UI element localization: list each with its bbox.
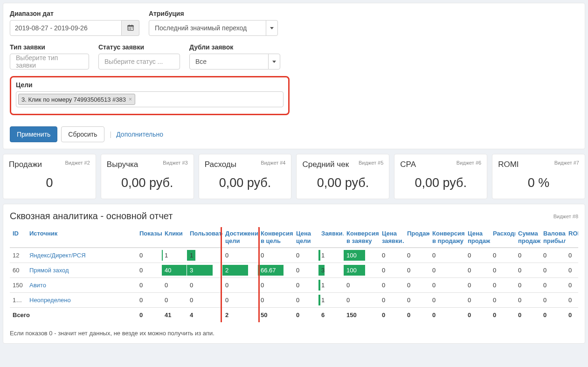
- cell-source[interactable]: Неопределено: [27, 293, 137, 308]
- cell-value: 0: [465, 278, 490, 293]
- col-header[interactable]: Конверсия в заявку: [344, 227, 379, 248]
- widget-card: РасходыВиджет #40,00 руб.: [199, 154, 292, 199]
- col-header[interactable]: Цена заявки: [379, 227, 404, 248]
- cell-value: 0: [490, 278, 515, 293]
- cell-value: 0: [379, 278, 404, 293]
- cell-value: 0: [566, 248, 578, 263]
- widgets-row: ПродажиВиджет #20ВыручкаВиджет #30,00 ру…: [0, 152, 588, 201]
- goal-tag[interactable]: 3. Клик по номеру 74993506513 #383 ×: [18, 94, 135, 105]
- svg-rect-4: [128, 28, 129, 28]
- cell-value: 40: [162, 263, 187, 278]
- cell-value: 0: [379, 248, 404, 263]
- total-cell: 0: [490, 308, 515, 323]
- col-header[interactable]: Расходы: [490, 227, 515, 248]
- duplicates-select[interactable]: Все: [189, 54, 269, 69]
- col-header[interactable]: Цена продажи: [465, 227, 490, 248]
- cell-value: 0: [566, 293, 578, 308]
- goals-input[interactable]: 3. Клик по номеру 74993506513 #383 ×: [16, 91, 284, 107]
- request-status-select[interactable]: Выберите статус ...: [98, 54, 180, 69]
- request-type-select[interactable]: Выберите тип заявки: [10, 54, 89, 69]
- col-header[interactable]: Конверсия в цель: [258, 227, 293, 248]
- widget-card: Средний чекВиджет #50,00 руб.: [296, 154, 389, 199]
- table-row: 1000Неопределено00000010000000000: [10, 293, 578, 308]
- total-cell: 0: [540, 308, 566, 323]
- total-cell: 0: [404, 308, 429, 323]
- cell-value: 0: [187, 278, 222, 293]
- widget-badge: Виджет #3: [163, 160, 187, 166]
- apply-button[interactable]: Применить: [10, 126, 57, 142]
- svg-rect-7: [128, 28, 129, 29]
- cell-value: 0: [429, 248, 465, 263]
- cell-value: 0: [465, 248, 490, 263]
- cell-value: 0: [540, 263, 566, 278]
- cell-value: 0: [490, 263, 515, 278]
- cell-value: 1: [318, 248, 344, 263]
- filter-request-status: Статус заявки Выберите статус ...: [98, 43, 180, 69]
- cell-value: 0: [490, 248, 515, 263]
- cell-value: 0: [540, 293, 566, 308]
- col-header[interactable]: ID: [10, 227, 27, 248]
- widget-value: 0,00 руб.: [205, 176, 286, 190]
- attribution-select[interactable]: Последний значимый переход: [149, 20, 266, 36]
- duplicates-caret[interactable]: [268, 54, 280, 69]
- svg-rect-6: [131, 28, 132, 28]
- more-link[interactable]: Дополнительно: [116, 131, 163, 138]
- cell-value: 0: [162, 293, 187, 308]
- total-cell: 0: [137, 308, 162, 323]
- calendar-button[interactable]: [122, 20, 139, 36]
- cell-value: 0: [566, 278, 578, 293]
- cell-value: 0: [344, 293, 379, 308]
- request-type-label: Тип заявки: [10, 43, 89, 51]
- col-header[interactable]: ROMI: [566, 227, 578, 248]
- cell-id: 1000: [10, 293, 27, 308]
- cell-source[interactable]: Прямой заход: [27, 263, 137, 278]
- total-cell: 0: [465, 308, 490, 323]
- cell-source[interactable]: Авито: [27, 278, 137, 293]
- total-cell: 0: [566, 308, 578, 323]
- col-header[interactable]: Сумма продаж: [515, 227, 540, 248]
- widget-card: ПродажиВиджет #20: [3, 154, 96, 199]
- filter-duplicates: Дубли заявок Все: [189, 43, 280, 69]
- total-cell: 0: [293, 308, 318, 323]
- cell-value: 0: [293, 293, 318, 308]
- cell-value: 0: [258, 278, 293, 293]
- filter-request-type: Тип заявки Выберите тип заявки: [10, 43, 89, 69]
- close-icon[interactable]: ×: [129, 96, 132, 103]
- widget-value: 0: [9, 176, 90, 190]
- cell-value: 0: [490, 293, 515, 308]
- total-cell: 0: [515, 308, 540, 323]
- table-total-row: Всего041425006150000000000: [10, 308, 578, 323]
- col-header[interactable]: Пользователи: [187, 227, 222, 248]
- widget-badge: Виджет #4: [261, 160, 285, 166]
- col-header[interactable]: Источник: [27, 227, 137, 248]
- reset-button[interactable]: Сбросить: [61, 126, 104, 142]
- report-title: Сквозная аналитика - основной отчет: [10, 211, 173, 222]
- cell-value: 0: [222, 248, 258, 263]
- cell-source[interactable]: Яндекс/Директ/РСЯ: [27, 248, 137, 263]
- col-header[interactable]: Заявки: [318, 227, 344, 248]
- cell-value: 1: [187, 248, 222, 263]
- widget-value: 0,00 руб.: [302, 176, 383, 190]
- cell-value: 0: [258, 248, 293, 263]
- request-status-label: Статус заявки: [98, 43, 180, 51]
- report-panel: Сквозная аналитика - основной отчет Видж…: [3, 204, 585, 344]
- col-header[interactable]: Цена цели: [293, 227, 318, 248]
- cell-value: 0: [515, 293, 540, 308]
- cell-value: 0: [162, 278, 187, 293]
- col-header[interactable]: Достижение цели: [222, 227, 258, 248]
- col-header[interactable]: Валовая прибыль: [540, 227, 566, 248]
- col-header[interactable]: Продажи: [404, 227, 429, 248]
- cell-value: 1: [318, 278, 344, 293]
- widget-badge: Виджет #7: [554, 160, 579, 166]
- cell-value: 0: [404, 293, 429, 308]
- cell-value: 0: [566, 263, 578, 278]
- attribution-caret[interactable]: [266, 20, 278, 36]
- report-badge: Виджет #8: [553, 214, 578, 219]
- col-header[interactable]: Показы: [137, 227, 162, 248]
- date-range-input[interactable]: 2019-08-27 - 2019-09-26: [10, 20, 122, 36]
- col-header[interactable]: Клики: [162, 227, 187, 248]
- cell-value: 0: [258, 293, 293, 308]
- chevron-down-icon: [272, 61, 276, 63]
- duplicates-label: Дубли заявок: [189, 43, 280, 51]
- col-header[interactable]: Конверсия в продажу: [429, 227, 465, 248]
